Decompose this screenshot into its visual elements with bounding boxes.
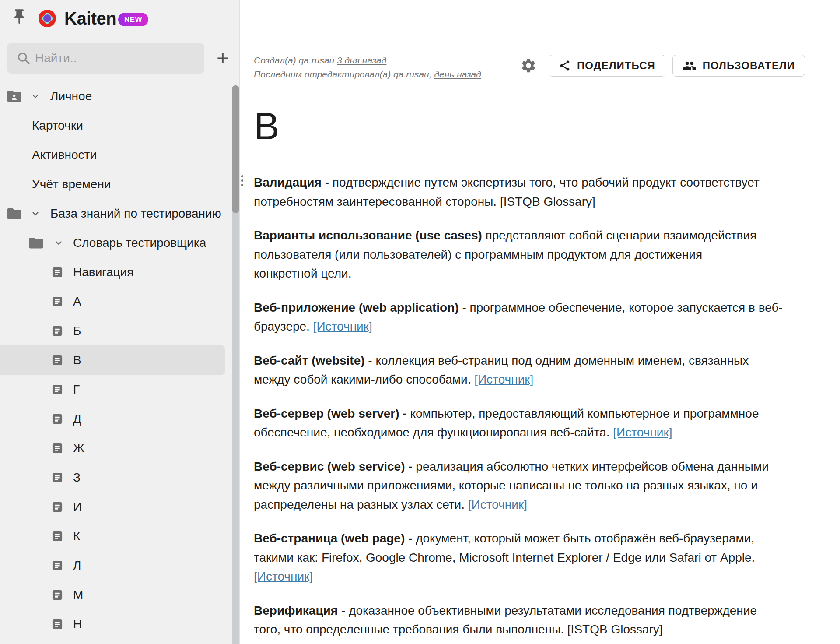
sidebar-item-label: Личное bbox=[50, 89, 92, 103]
term: Верификация bbox=[254, 604, 338, 617]
content-topbar bbox=[240, 0, 840, 42]
document-icon bbox=[51, 442, 63, 454]
settings-button[interactable] bbox=[520, 57, 537, 74]
term: Веб-сервер (web server) - bbox=[254, 407, 407, 420]
definition-text: потребностям заинтересованной стороны. [… bbox=[254, 195, 595, 208]
sidebar-page-Навигация[interactable]: Навигация bbox=[0, 257, 240, 287]
source-link[interactable]: [Источник] bbox=[613, 426, 672, 439]
definition-text: обеспечение, необходимое для функциониро… bbox=[254, 426, 613, 439]
sidebar-page-Ж[interactable]: Ж bbox=[0, 433, 240, 463]
sidebar-item-label: Б bbox=[73, 324, 81, 338]
sidebar-page-З[interactable]: З bbox=[0, 463, 240, 492]
doc-header: Создал(а) qa.rusau 3 дня назад Последним… bbox=[240, 42, 840, 81]
folder-icon bbox=[7, 208, 21, 219]
created-time-link[interactable]: 3 дня назад bbox=[337, 55, 386, 65]
share-icon bbox=[559, 60, 571, 72]
definition-text: конкретной цели. bbox=[254, 267, 351, 280]
users-icon bbox=[682, 59, 696, 73]
page-title: В bbox=[254, 104, 840, 148]
definition-text: реализация абсолютно четких интерфейсов … bbox=[413, 460, 769, 473]
sidebar-page-М[interactable]: М bbox=[0, 580, 240, 609]
source-link[interactable]: [Источник] bbox=[254, 570, 313, 583]
term: Веб-страница (web page) bbox=[254, 531, 405, 545]
sidebar-page-В[interactable]: В bbox=[0, 345, 225, 375]
share-button-label: ПОДЕЛИТЬСЯ bbox=[577, 60, 655, 72]
kaiten-logo-icon[interactable] bbox=[38, 10, 56, 27]
folder-icon bbox=[29, 237, 43, 249]
glossary-entry: Валидация - подтверждение путем эксперти… bbox=[254, 173, 840, 211]
definition-text: представляют собой сценарии взаимодейств… bbox=[482, 229, 756, 242]
meta-edited: Последним отредактировал(а) qa.rusau, де… bbox=[254, 67, 481, 81]
users-button[interactable]: ПОЛЬЗОВАТЕЛИ bbox=[672, 55, 805, 77]
document-icon bbox=[51, 618, 63, 630]
sidebar-item-Словарь тестировщика[interactable]: Словарь тестировщика bbox=[0, 228, 240, 257]
term: Веб-приложение (web application) bbox=[254, 301, 459, 314]
search-icon bbox=[17, 51, 31, 65]
sidebar: Kaiten NEW Найти.. + ЛичноеКарточкиАктив… bbox=[0, 0, 240, 644]
definition-text: между различными приложениями, которые н… bbox=[254, 479, 758, 492]
chevron-down-icon bbox=[31, 209, 40, 218]
glossary-entry: Веб-страница (web page) - документ, кото… bbox=[254, 529, 840, 586]
gear-icon bbox=[520, 57, 537, 74]
sidebar-page-Г[interactable]: Г bbox=[0, 375, 240, 404]
sidebar-item-label: Навигация bbox=[73, 265, 133, 279]
edited-time-link[interactable]: день назад bbox=[434, 69, 481, 79]
new-badge[interactable]: NEW bbox=[118, 13, 148, 26]
pin-icon[interactable] bbox=[10, 8, 28, 25]
source-link[interactable]: [Источник] bbox=[468, 498, 527, 511]
sidebar-item-Карточки[interactable]: Карточки bbox=[0, 111, 240, 140]
doc-body: Валидация - подтверждение путем эксперти… bbox=[240, 173, 840, 639]
add-button[interactable]: + bbox=[213, 47, 233, 70]
sidebar-item-Учёт времени[interactable]: Учёт времени bbox=[0, 169, 240, 199]
definition-text: - коллекция веб-страниц под одним доменн… bbox=[365, 354, 749, 367]
definition-text: - подтверждение путем экспертизы того, ч… bbox=[322, 176, 760, 189]
sidebar-page-Д[interactable]: Д bbox=[0, 404, 240, 433]
document-icon bbox=[51, 560, 63, 572]
search-placeholder: Найти.. bbox=[35, 51, 77, 65]
sidebar-item-label: Активности bbox=[32, 148, 97, 162]
drag-handle-icon[interactable] bbox=[241, 175, 243, 186]
definition-text: пользователя (или пользователей) с прогр… bbox=[254, 248, 702, 261]
glossary-entry: Верификация - доказанное объективными ре… bbox=[254, 601, 840, 639]
sidebar-item-label: Словарь тестировщика bbox=[73, 236, 206, 250]
definition-text: - доказанное объективными результатами и… bbox=[338, 604, 757, 617]
definition-text: распределены на разных узлах сети. bbox=[254, 498, 468, 511]
sidebar-item-Активности[interactable]: Активности bbox=[0, 140, 240, 169]
sidebar-page-И[interactable]: И bbox=[0, 492, 240, 521]
definition-text: между собой какими-либо способами. bbox=[254, 373, 474, 386]
brand-title: Kaiten bbox=[64, 8, 116, 28]
source-link[interactable]: [Источник] bbox=[474, 373, 533, 386]
sidebar-header: Kaiten NEW bbox=[0, 0, 240, 39]
sidebar-page-К[interactable]: К bbox=[0, 521, 240, 551]
term: Валидация bbox=[254, 176, 322, 189]
glossary-entry: Веб-сервер (web server) - компьютер, пре… bbox=[254, 404, 840, 442]
sidebar-item-label: В bbox=[73, 353, 81, 367]
search-input[interactable]: Найти.. bbox=[7, 43, 204, 74]
sidebar-item-label: Д bbox=[73, 412, 81, 426]
source-link[interactable]: [Источник] bbox=[313, 320, 372, 333]
glossary-entry: Веб-сервис (web service) - реализация аб… bbox=[254, 457, 840, 514]
chevron-down-icon bbox=[31, 91, 40, 101]
meta-created: Создал(а) qa.rusau 3 дня назад bbox=[254, 53, 481, 67]
sidebar-item-Личное[interactable]: Личное bbox=[0, 81, 240, 111]
sidebar-page-Н[interactable]: Н bbox=[0, 609, 240, 639]
document-icon bbox=[51, 325, 63, 337]
sidebar-tree: ЛичноеКарточкиАктивностиУчёт времениБаза… bbox=[0, 81, 240, 639]
document-icon bbox=[51, 384, 63, 396]
document-icon bbox=[51, 266, 63, 278]
meta-created-text: Создал(а) qa.rusau bbox=[254, 55, 337, 65]
folder-user-icon bbox=[7, 90, 21, 102]
sidebar-scrollbar-thumb[interactable] bbox=[232, 85, 239, 213]
sidebar-item-label: Ж bbox=[73, 441, 84, 455]
sidebar-item-label: Учёт времени bbox=[32, 177, 111, 191]
sidebar-item-База знаний по тестированию[interactable]: База знаний по тестированию bbox=[0, 199, 240, 228]
sidebar-item-label: База знаний по тестированию bbox=[50, 207, 221, 221]
doc-meta: Создал(а) qa.rusau 3 дня назад Последним… bbox=[254, 53, 481, 81]
sidebar-page-А[interactable]: А bbox=[0, 287, 240, 316]
definition-text: - документ, который может быть отображён… bbox=[405, 531, 754, 545]
sidebar-page-Б[interactable]: Б bbox=[0, 316, 240, 345]
content: Создал(а) qa.rusau 3 дня назад Последним… bbox=[240, 0, 840, 644]
share-button[interactable]: ПОДЕЛИТЬСЯ bbox=[549, 55, 665, 77]
sidebar-page-Л[interactable]: Л bbox=[0, 551, 240, 580]
document-icon bbox=[51, 296, 63, 308]
